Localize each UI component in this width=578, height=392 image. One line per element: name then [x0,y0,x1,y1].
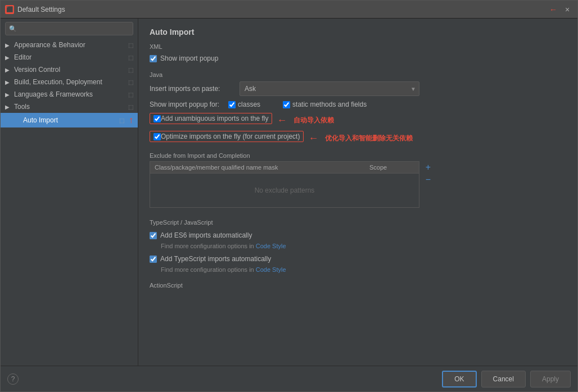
arrow-icon: ▶ [5,104,12,110]
app-icon: ⬛ [5,5,14,14]
ts-label: TypeScript / JavaScript [150,219,566,226]
sidebar-icon-right: ⬚ [128,42,133,48]
help-button[interactable]: ? [7,373,19,385]
sidebar-item-version-control[interactable]: ▶ Version Control ⬚ [1,63,138,76]
close-button[interactable]: × [562,4,573,15]
actionscript-section: ActionScript [150,282,566,289]
optimize-imports-checkbox[interactable] [153,133,161,140]
xml-label: XML [150,43,566,50]
show-popup-row: Show import popup for: classes static me… [150,101,566,108]
arrow-icon: ▶ [5,54,12,61]
add-es6-label: Add ES6 imports automatically [160,231,252,239]
xml-show-import-popup-label: Show import popup [160,54,218,62]
sidebar-item-label: Tools [14,103,128,111]
bottom-buttons: OK Cancel Apply [442,371,571,388]
find-more-ts-text: Find more configuration options in Code … [161,266,566,273]
static-methods-checkbox-label: static methods and fields [283,101,367,108]
cancel-button[interactable]: Cancel [481,371,526,388]
nav-items: ▶ Appearance & Behavior ⬚ ▶ Editor ⬚ ▶ V… [1,39,138,366]
sidebar-item-label: Editor [14,53,128,61]
classes-label: classes [238,101,260,108]
sidebar-item-auto-import[interactable]: ▶ Auto Import ⬚ ↑ [1,113,138,127]
table-col-name: Class/package/member qualified name mask [155,164,369,171]
apply-button[interactable]: Apply [530,371,571,388]
nav-annotation-arrow: ↑ [129,115,133,125]
add-unambiguous-label: Add unambiguous imports on the fly [161,115,268,122]
bottom-bar: ? OK Cancel Apply [1,366,577,391]
sidebar-item-label: Languages & Frameworks [14,90,128,98]
ts-section: TypeScript / JavaScript Add ES6 imports … [150,219,566,273]
optimize-imports-label: Optimize imports on the fly (for current… [161,133,300,140]
actionscript-label: ActionScript [150,282,566,289]
sidebar-item-editor[interactable]: ▶ Editor ⬚ [1,51,138,63]
optimize-imports-annotation: 优化导入和智能删除无关依赖 [325,134,413,143]
sidebar-icon-right: ⬚ [128,79,133,85]
title-arrow-icon: ← [549,5,557,14]
static-methods-label: static methods and fields [292,101,367,108]
add-unambiguous-row: Add unambiguous imports on the fly ← 自动导… [150,113,566,127]
add-es6-row: Add ES6 imports automatically [150,230,566,240]
insert-imports-label: Insert imports on paste: [150,85,240,93]
ok-button[interactable]: OK [442,371,476,388]
sidebar-icon-right: ⬚ [128,92,133,98]
section-title: Auto Import [150,28,566,37]
static-methods-checkbox[interactable] [283,101,290,108]
arrow-icon: ▶ [5,42,12,48]
xml-show-import-popup-checkbox[interactable] [150,55,157,62]
remove-exclude-button[interactable]: − [425,174,432,186]
title-bar: ⬛ Default Settings ← × [1,1,577,19]
exclude-table: Class/package/member qualified name mask… [150,161,419,208]
insert-imports-select-wrapper: Ask Always Never [240,81,419,96]
java-label: Java [150,71,566,78]
optimize-imports-arrow: ← [308,133,318,144]
code-style-link-1[interactable]: Code Style [256,243,286,249]
search-box[interactable]: 🔍 [5,22,133,35]
add-exclude-button[interactable]: + [425,161,432,174]
add-unambiguous-checkbox[interactable] [153,115,161,122]
find-more-es6-text: Find more configuration options in Code … [161,243,566,249]
table-empty-text: No exclude patterns [255,186,315,194]
search-input[interactable] [19,25,129,33]
table-wrapper: Class/package/member qualified name mask… [150,161,419,208]
exclude-section: Exclude from Import and Completion Class… [150,152,566,208]
xml-show-import-popup-row: Show import popup [150,53,566,63]
insert-imports-row: Insert imports on paste: Ask Always Neve… [150,81,566,96]
sidebar-item-build[interactable]: ▶ Build, Execution, Deployment ⬚ [1,76,138,88]
dialog-window: ⬛ Default Settings ← × 🔍 ▶ Appearance & … [0,0,578,392]
insert-imports-select[interactable]: Ask Always Never [240,81,419,96]
sidebar-icon-right: ⬚ [128,54,133,61]
add-typescript-row: Add TypeScript imports automatically [150,254,566,264]
exclude-label: Exclude from Import and Completion [150,152,566,159]
add-typescript-checkbox[interactable] [150,256,157,263]
table-body: No exclude patterns [150,174,419,207]
add-unambiguous-annotation: 自动导入依赖 [293,116,334,125]
sidebar-item-appearance[interactable]: ▶ Appearance & Behavior ⬚ [1,39,138,51]
arrow-icon: ▶ [5,92,12,98]
add-unambiguous-highlight: Add unambiguous imports on the fly [150,113,272,124]
sidebar-item-label: Build, Execution, Deployment [14,78,128,86]
add-es6-checkbox[interactable] [150,232,157,239]
optimize-imports-row: Optimize imports on the fly (for current… [150,131,566,145]
sidebar-item-label: Appearance & Behavior [14,41,128,49]
code-style-link-2[interactable]: Code Style [256,266,286,273]
add-typescript-label: Add TypeScript imports automatically [160,255,271,263]
arrow-icon: ▶ [5,67,12,73]
table-header: Class/package/member qualified name mask… [150,162,419,174]
add-unambiguous-arrow: ← [277,115,287,126]
sidebar-item-tools[interactable]: ▶ Tools ⬚ [1,101,138,113]
sidebar-icon-right: ⬚ [128,104,133,110]
search-icon: 🔍 [9,25,17,33]
sidebar-icon-right: ⬚ [119,117,124,124]
classes-checkbox-label: classes [228,101,260,108]
classes-checkbox[interactable] [228,101,236,108]
optimize-imports-highlight: Optimize imports on the fly (for current… [150,131,304,142]
sidebar-item-label: Auto Import [23,116,119,124]
sidebar-icon-right: ⬚ [128,67,133,73]
main-content: Auto Import XML Show import popup Java I… [138,19,577,366]
table-col-scope: Scope [369,164,414,171]
content-area: 🔍 ▶ Appearance & Behavior ⬚ ▶ Editor ⬚ ▶… [1,19,577,366]
find-more-es6-prefix: Find more configuration options in [161,243,256,249]
sidebar-item-label: Version Control [14,66,128,74]
sidebar: 🔍 ▶ Appearance & Behavior ⬚ ▶ Editor ⬚ ▶… [1,19,138,366]
sidebar-item-languages[interactable]: ▶ Languages & Frameworks ⬚ [1,88,138,101]
